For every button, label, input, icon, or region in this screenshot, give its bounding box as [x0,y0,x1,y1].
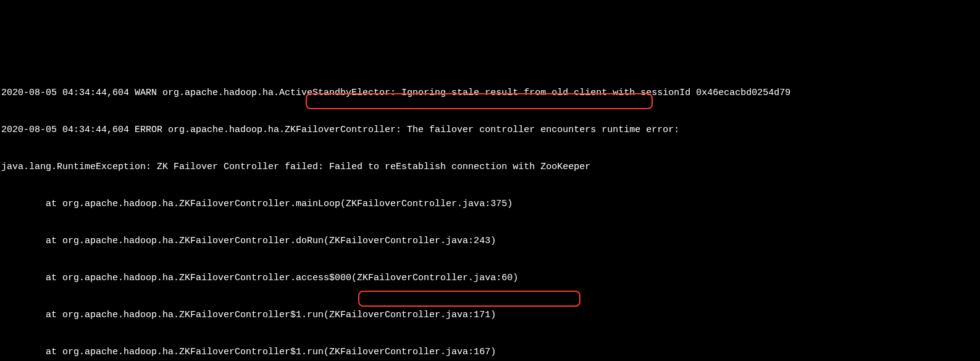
log-line: 2020-08-05 04:34:44,604 WARN org.apache.… [1,87,979,99]
log-line: at org.apache.hadoop.ha.ZKFailoverContro… [1,235,979,247]
log-line: at org.apache.hadoop.ha.ZKFailoverContro… [1,272,979,284]
terminal-log: 2020-08-05 04:34:44,604 WARN org.apache.… [0,62,980,361]
highlight-box-listener [358,291,580,307]
log-line: at org.apache.hadoop.ha.ZKFailoverContro… [1,198,979,210]
log-line: java.lang.RuntimeException: ZK Failover … [1,161,979,173]
log-line: at org.apache.hadoop.ha.ZKFailoverContro… [1,309,979,322]
log-line: 2020-08-05 04:34:44,604 ERROR org.apache… [1,124,979,136]
log-line: at org.apache.hadoop.ha.ZKFailoverContro… [1,346,979,359]
